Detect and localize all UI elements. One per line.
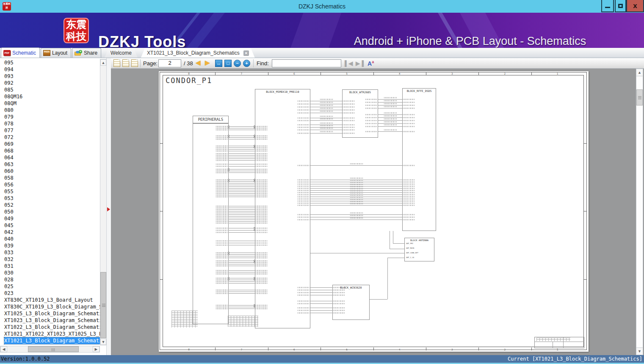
tab-schematic[interactable]: PDFSchematic [1, 47, 40, 58]
sidebar-page-item[interactable]: 055 [0, 188, 100, 195]
sidebar-file-item[interactable]: XT830C_XT1019_L3_Block_Diagram_Schemat [0, 303, 100, 310]
scroll-thumb[interactable]: ||| [28, 346, 79, 352]
fit-width-button[interactable]: ↔ [215, 60, 222, 67]
sidebar-horizontal-scrollbar[interactable]: ◀ ||| ▶ [0, 346, 100, 353]
schematic-wire [310, 290, 332, 290]
sidebar-page-item[interactable]: 028 [0, 276, 100, 283]
sidebar-file-item[interactable]: XT1022_L3_Block_Diagram_Schematics [0, 324, 100, 331]
sidebar-page-item[interactable]: 078 [0, 120, 100, 127]
pdf-viewer[interactable]: CONDOR_P1 8877665544332211PERIPHERALSBLO… [111, 69, 644, 355]
sidebar-page-item[interactable]: 050 [0, 208, 100, 215]
scroll-up-button[interactable]: ▲ [100, 59, 106, 66]
sidebar-page-item[interactable]: 068 [0, 147, 100, 154]
scroll-down-button[interactable]: ▼ [636, 347, 643, 355]
pin-name-text [216, 279, 228, 281]
pin-name-text [216, 232, 228, 233]
scroll-left-button[interactable]: ◀ [0, 346, 7, 352]
close-button[interactable]: x [626, 0, 644, 12]
schematic-wire [229, 218, 255, 218]
sidebar-page-item[interactable]: 093 [0, 73, 100, 80]
sidebar-page-item[interactable]: 045 [0, 222, 100, 229]
sidebar-page-item[interactable]: 079 [0, 114, 100, 120]
maximize-button[interactable] [615, 0, 626, 12]
pin-name-text [216, 207, 228, 208]
sidebar-page-item[interactable]: 053 [0, 195, 100, 202]
sidebar-page-item[interactable]: 063 [0, 161, 100, 168]
page-number-input[interactable]: 2 [158, 59, 181, 67]
scroll-thumb[interactable] [636, 89, 643, 106]
sidebar-page-item[interactable]: 094 [0, 66, 100, 73]
sidebar-page-item[interactable]: 056 [0, 181, 100, 188]
sidebar-page-item[interactable]: 025 [0, 283, 100, 290]
sidebar-page-item[interactable]: 072 [0, 134, 100, 141]
zoom-in-button[interactable]: + [243, 60, 250, 67]
sidebar-file-item[interactable]: XT1021_L3_Block_Diagram_Schematics [0, 337, 100, 344]
sidebar-page-item[interactable]: 040 [0, 236, 100, 242]
fit-page-button[interactable]: □ [224, 60, 232, 67]
tab-share[interactable]: +Share [72, 48, 101, 58]
sidebar-file-item[interactable]: XT1021_XT1022_XT1023_XT1025_L3_Board_I [0, 331, 100, 337]
pin-name-text [216, 149, 228, 150]
schematic-wire [229, 278, 255, 278]
sidebar-page-item[interactable]: 095 [0, 59, 100, 66]
sidebar-page-item[interactable]: 030 [0, 270, 100, 276]
sidebar-page-item[interactable]: 042 [0, 229, 100, 236]
scroll-right-button[interactable]: ▶ [93, 346, 100, 352]
sidebar-page-item[interactable]: 08QM [0, 100, 100, 107]
list-item-label: 08QM16 [4, 93, 22, 100]
sidebar-file-item[interactable]: XT1023_L3_Block_Diagram_Schematics [0, 317, 100, 324]
previous-page-button[interactable]: ◀ [196, 59, 201, 67]
splitter-collapse-icon[interactable] [107, 207, 110, 211]
sidebar-page-item[interactable]: 064 [0, 154, 100, 161]
sidebar-file-item[interactable]: XT1025_L3_Block_Diagram_Schematics [0, 310, 100, 317]
list-item-label: 040 [4, 236, 14, 242]
sidebar-vertical-scrollbar[interactable]: ▲ ▼ [100, 59, 107, 345]
next-page-button[interactable]: ▶ [205, 59, 210, 67]
page-prev-icon[interactable] [122, 59, 129, 67]
sidebar-page-item[interactable]: 092 [0, 80, 100, 86]
sidebar-page-item[interactable]: 039 [0, 242, 100, 249]
find-previous-button[interactable]: ▌◀ [345, 60, 353, 67]
panel-splitter[interactable] [107, 58, 111, 355]
sidebar-page-item[interactable]: 023 [0, 290, 100, 297]
find-input[interactable] [272, 59, 341, 67]
sidebar-page-item[interactable]: 049 [0, 215, 100, 222]
schematic-wire [229, 149, 255, 150]
sidebar-file-item[interactable]: XT830C_XT1019_L3_Board_Layout [0, 297, 100, 303]
sidebar-page-item[interactable]: 08QM16 [0, 93, 100, 100]
brand-tagline: Android + iPhone & PCB Layout - Schemati… [339, 35, 601, 48]
tab-layout[interactable]: PADSLayout [41, 48, 71, 58]
page-copy-icon[interactable] [113, 59, 120, 67]
pin-name-text [298, 214, 310, 215]
grid-column-label: 4 [399, 72, 401, 75]
pin-name-text [216, 193, 228, 194]
scroll-down-button[interactable]: ▼ [100, 339, 106, 345]
pin-name-text [256, 135, 268, 136]
sidebar-page-item[interactable]: 069 [0, 141, 100, 147]
schematic-wire [229, 230, 255, 231]
sidebar-page-item[interactable]: 033 [0, 249, 100, 256]
scroll-up-button[interactable]: ▲ [636, 69, 643, 76]
sidebar-page-item[interactable]: 077 [0, 127, 100, 134]
sidebar-page-item[interactable]: 031 [0, 263, 100, 270]
sidebar-page-item[interactable]: 060 [0, 168, 100, 175]
sidebar-page-item[interactable]: 080 [0, 107, 100, 114]
match-case-button[interactable]: Aa [368, 60, 374, 67]
minimize-button[interactable] [601, 0, 614, 12]
page-next-icon[interactable] [131, 59, 138, 67]
zoom-out-button[interactable]: − [234, 60, 241, 67]
doc-tab-xt1021_l3_block_diagram_schematics[interactable]: XT1021_L3_Block_Diagram_Schematics× [141, 48, 255, 58]
schematic-wire [310, 313, 332, 313]
find-next-button[interactable]: ▶▐ [356, 60, 364, 67]
doc-tab-welcome[interactable]: Welcome [105, 48, 138, 58]
scroll-thumb[interactable] [100, 272, 106, 338]
tab-close-icon[interactable]: × [243, 50, 249, 56]
viewer-vertical-scrollbar[interactable]: ▲ ▼ [636, 69, 643, 355]
sidebar-page-item[interactable]: 085 [0, 86, 100, 93]
pin-name-text [216, 265, 228, 267]
pin-name-text [256, 153, 268, 154]
pin-name-text [298, 310, 310, 311]
sidebar-page-item[interactable]: 032 [0, 256, 100, 263]
sidebar-page-item[interactable]: 058 [0, 175, 100, 181]
sidebar-page-item[interactable]: 052 [0, 202, 100, 208]
